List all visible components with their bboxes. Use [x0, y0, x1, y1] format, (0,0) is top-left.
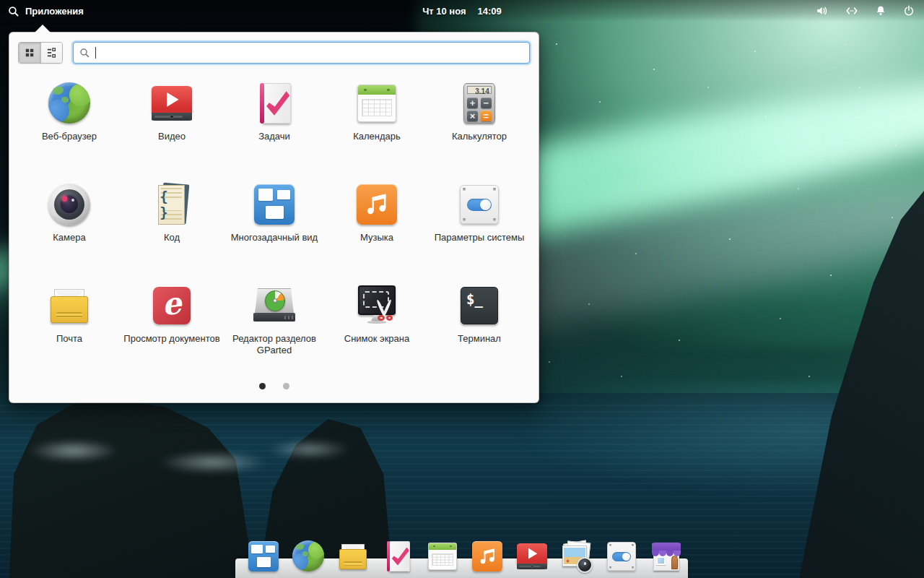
screenshot-icon [354, 282, 400, 329]
app-mail[interactable]: Почта [18, 275, 121, 376]
system-settings-icon [604, 539, 639, 574]
app-label: Многозадачный вид [231, 232, 318, 243]
multitasking-view-icon [251, 181, 297, 228]
sea-foam [268, 439, 351, 460]
dock-item-videos[interactable] [515, 539, 549, 574]
dock-item-tasks[interactable] [380, 539, 415, 574]
web-browser-icon [46, 80, 92, 126]
app-label: Снимок экрана [344, 333, 410, 345]
app-label: Почта [56, 333, 82, 345]
view-switcher [18, 42, 63, 64]
gparted-icon [251, 282, 297, 329]
volume-icon [815, 4, 829, 18]
applications-menu-label: Приложения [25, 6, 84, 17]
page-dot-2[interactable] [283, 383, 289, 389]
power-icon [902, 4, 915, 17]
app-gparted[interactable]: Редактор разделов GParted [223, 275, 326, 376]
calendar-icon [425, 539, 460, 574]
dock-item-photos[interactable] [559, 539, 594, 574]
app-label: Задачи [258, 131, 290, 142]
videos-icon [515, 539, 549, 574]
applications-launcher-popover: Веб-браузер Видео Задачи Календарь 3.14 [9, 32, 539, 403]
photos-icon [559, 539, 594, 574]
dock-item-calendar[interactable] [425, 539, 460, 574]
session-indicator[interactable] [902, 4, 915, 17]
tasks-icon [251, 80, 297, 126]
app-camera[interactable]: Камера [18, 174, 121, 275]
app-label: Музыка [360, 232, 393, 243]
document-viewer-icon: e [149, 282, 195, 329]
appcenter-icon [649, 539, 684, 574]
app-music[interactable]: Музыка [326, 174, 428, 275]
search-input[interactable] [73, 42, 530, 64]
multitasking-view-icon [246, 539, 281, 574]
app-label: Календарь [353, 131, 401, 142]
app-calculator[interactable]: 3.14 + − × = Калькулятор [428, 73, 531, 174]
dock-item-multitasking-view[interactable] [246, 539, 281, 574]
terminal-icon: $_ [456, 282, 502, 329]
page-dot-1[interactable] [259, 383, 266, 389]
tasks-icon [380, 539, 415, 574]
app-code[interactable]: { } Код [121, 174, 223, 275]
top-panel: Приложения Чт 10 ноя 14:09 [0, 0, 924, 22]
app-label: Редактор разделов GParted [225, 333, 323, 356]
app-document-viewer[interactable]: e Просмотр документов [121, 275, 223, 376]
app-grid: Веб-браузер Видео Задачи Календарь 3.14 [18, 73, 531, 376]
app-calendar[interactable]: Календарь [326, 73, 428, 174]
app-videos[interactable]: Видео [121, 73, 223, 174]
network-icon [845, 4, 859, 18]
applications-menu-button[interactable]: Приложения [7, 0, 84, 22]
app-multitasking-view[interactable]: Многозадачный вид [223, 174, 326, 275]
calculator-minus: − [481, 98, 492, 108]
document-viewer-letter: e [147, 280, 197, 331]
dock-item-music[interactable] [470, 539, 505, 574]
videos-icon [149, 80, 195, 126]
code-braces: { } [160, 198, 183, 210]
grid-view-icon [25, 48, 35, 58]
network-indicator[interactable] [845, 4, 859, 18]
panel-date: Чт 10 ноя [422, 6, 466, 17]
launcher-toolbar [9, 33, 539, 73]
text-caret [95, 47, 96, 59]
dock-item-system-settings[interactable] [604, 539, 639, 574]
search-icon [7, 5, 19, 17]
app-screenshot[interactable]: Снимок экрана [326, 275, 428, 376]
calculator-icon: 3.14 + − × = [456, 80, 502, 126]
list-view-icon [47, 48, 57, 58]
search-field-wrap [73, 42, 530, 64]
grid-view-button[interactable] [19, 43, 40, 63]
notifications-indicator[interactable] [874, 4, 887, 17]
camera-icon [46, 181, 92, 228]
calculator-plus: + [467, 98, 479, 108]
popover-arrow [35, 25, 51, 33]
volume-indicator[interactable] [815, 4, 829, 18]
page-indicator [9, 383, 539, 389]
sea-foam [27, 439, 120, 462]
mail-icon [336, 539, 370, 574]
app-terminal[interactable]: $_ Терминал [428, 275, 531, 376]
music-icon [470, 539, 505, 574]
sea-foam [157, 451, 269, 474]
app-label: Камера [53, 232, 85, 243]
app-label: Видео [158, 131, 186, 142]
mail-icon [46, 282, 92, 329]
app-label: Калькулятор [452, 131, 507, 142]
datetime-indicator[interactable]: Чт 10 ноя 14:09 [422, 0, 502, 22]
calculator-display: 3.14 [467, 86, 492, 94]
panel-indicators [815, 0, 915, 22]
music-icon [354, 181, 400, 228]
panel-time: 14:09 [478, 6, 502, 17]
notifications-icon [874, 4, 887, 17]
app-label: Веб-браузер [42, 131, 97, 142]
dock-item-mail[interactable] [336, 539, 370, 574]
app-tasks[interactable]: Задачи [223, 73, 326, 174]
app-web-browser[interactable]: Веб-браузер [18, 73, 121, 174]
app-label: Терминал [458, 333, 501, 345]
dock-item-web-browser[interactable] [291, 539, 326, 574]
calculator-multiply: × [467, 111, 479, 121]
calculator-equals: = [481, 111, 492, 121]
dock-item-appcenter[interactable] [649, 539, 684, 574]
calendar-icon [354, 80, 400, 126]
app-system-settings[interactable]: Параметры системы [428, 174, 531, 275]
list-view-button[interactable] [40, 43, 62, 63]
